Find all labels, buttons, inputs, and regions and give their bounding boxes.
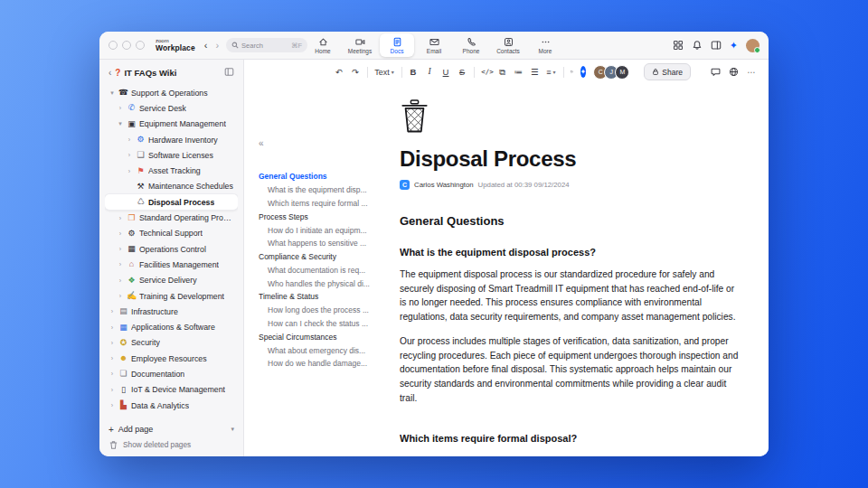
chevron-icon[interactable]: › [108,308,116,314]
user-avatar[interactable] [746,39,760,52]
footer-collapse-icon[interactable]: ▾ [231,426,234,433]
add-page-button[interactable]: + Add page ▾ [105,421,238,437]
chevron-icon[interactable]: › [117,230,124,237]
sidebar-item[interactable]: › ❑ Software Licenses [105,147,238,163]
outline-item[interactable]: How can I check the status ... [259,317,394,331]
chevron-icon[interactable]: › [117,293,124,299]
maximize-window-button[interactable] [136,41,145,50]
outline-item[interactable]: Process Steps [259,210,394,223]
sidebar-item[interactable]: › ▯ IoT & Device Management [105,382,238,398]
underline-button[interactable]: U [441,68,450,77]
chevron-icon[interactable]: › [108,355,116,361]
collaborator-avatar[interactable]: M [615,65,629,80]
sidebar-item[interactable]: › ⚙ Technical Support [105,226,238,241]
redo-icon[interactable]: ↷ [351,68,360,77]
back-arrow-icon[interactable]: ‹ [204,40,208,51]
sidebar-item[interactable]: › ▤ Infrastructure [105,304,238,319]
chevron-icon[interactable]: › [108,324,116,331]
tab-home[interactable]: Home [306,33,340,57]
outline-item[interactable]: What happens to sensitive ... [259,237,394,250]
strikethrough-button[interactable]: S [458,68,467,77]
globe-icon[interactable] [729,67,739,77]
sidebar-item[interactable]: › ⚙ Hardware Inventory [105,132,238,147]
tab-contacts[interactable]: Contacts [491,33,525,57]
sidebar-item[interactable]: › ❖ Service Delivery [105,273,238,288]
outline-item[interactable]: Special Circumstances [259,330,394,343]
show-deleted-pages-button[interactable]: Show deleted pages [105,437,238,452]
tab-meetings[interactable]: Meetings [343,33,377,57]
chevron-icon[interactable]: › [117,246,124,252]
comment-add-icon[interactable] [571,67,573,77]
chevron-icon[interactable]: › [126,168,133,174]
numbered-list-button[interactable]: ≔ [514,68,523,77]
chevron-icon[interactable]: › [108,371,116,377]
sidebar-item[interactable]: › ⚑ Asset Tracking [105,163,238,178]
undo-icon[interactable]: ↶ [335,68,344,77]
outline-item[interactable]: Who handles the physical di... [259,277,394,290]
outline-item[interactable]: How do we handle damage... [259,357,394,371]
outline-item[interactable]: Which items require formal ... [259,197,394,211]
chevron-icon[interactable]: ▾ [117,120,124,127]
sidebar-item[interactable]: ♺ Disposal Process [105,194,238,210]
search-input[interactable]: Search ⌘F [226,38,307,52]
tab-label: Email [427,48,441,54]
sidebar-item[interactable]: › ✍ Training & Development [105,288,238,304]
chevron-icon[interactable]: › [117,215,124,221]
notifications-bell-icon[interactable] [692,40,703,51]
chevron-icon[interactable]: ▾ [108,89,116,97]
code-button[interactable]: </> [481,69,490,76]
tab-phone[interactable]: Phone [454,33,488,57]
document-content[interactable]: Disposal Process C Carlos Washington Upd… [400,84,769,456]
tab-more[interactable]: More [528,33,562,57]
outline-item[interactable]: How long does the process ... [259,304,394,317]
sidebar-item[interactable]: ▾ ☎ Support & Operations [105,85,238,100]
outline-item[interactable]: Timeline & Status [259,290,394,304]
tab-email[interactable]: Email [417,33,451,57]
chevron-icon[interactable]: › [117,105,124,111]
outline-item[interactable]: Compliance & Security [259,250,394,264]
side-panel-toggle-icon[interactable] [711,40,722,51]
chevron-icon[interactable]: › [117,277,124,284]
ai-companion-icon[interactable]: ✦ [730,41,738,51]
outline-item[interactable]: How do I initiate an equipm... [259,223,394,237]
sidebar-item[interactable]: › ❐ Standard Operating Procedures [105,210,238,225]
alignment-dropdown[interactable]: ≡ ▾ [546,68,555,77]
sidebar-item[interactable]: › ▦ Operations Control [105,241,238,257]
bold-button[interactable]: B [409,68,418,77]
sidebar-item[interactable]: ▾ ▣ Equipment Management [105,117,238,132]
forward-arrow-icon[interactable]: › [215,40,219,51]
apps-grid-icon[interactable] [673,40,684,51]
outline-item[interactable]: What about emergency dis... [259,343,394,357]
ai-assistant-icon[interactable]: ✦ [580,66,587,78]
sidebar-item[interactable]: ⚒ Maintenance Schedules [105,179,238,194]
sidebar-back-icon[interactable]: ‹ [108,68,111,78]
bulleted-list-button[interactable]: ☰ [530,68,539,77]
outline-item[interactable]: What documentation is req... [259,263,394,277]
sidebar-item[interactable]: › ☻ Employee Resources [105,351,238,366]
outline-item[interactable]: General Questions [259,170,394,183]
chevron-icon[interactable]: › [126,152,133,158]
chevron-icon[interactable]: › [126,136,133,143]
close-window-button[interactable] [108,41,118,50]
chevron-icon[interactable]: › [117,261,124,267]
sidebar-collapse-icon[interactable] [224,67,234,79]
chevron-icon[interactable]: › [108,340,116,346]
italic-button[interactable]: I [425,68,434,77]
link-button[interactable]: ⧉ [497,68,506,77]
minimize-window-button[interactable] [122,41,131,50]
sidebar-item[interactable]: › ✆ Service Desk [105,100,238,116]
sidebar-item[interactable]: › ▙ Data & Analytics [105,398,238,413]
share-button[interactable]: Share [644,63,691,80]
comments-icon[interactable] [711,67,721,77]
sidebar-item[interactable]: › ▦ Applications & Software [105,319,238,334]
outline-collapse-icon[interactable]: « [259,138,394,148]
sidebar-item[interactable]: › ✪ Security [105,335,238,351]
chevron-icon[interactable]: › [108,402,116,408]
text-style-dropdown[interactable]: Text ▾ [374,68,394,77]
sidebar-item[interactable]: › ⌂ Facilities Management [105,257,238,272]
sidebar-item[interactable]: › ❏ Documentation [105,366,238,381]
outline-item[interactable]: What is the equipment disp... [259,183,394,197]
more-options-icon[interactable]: ⋯ [747,68,756,77]
chevron-icon[interactable]: › [108,387,116,393]
tab-docs[interactable]: Docs [380,33,414,57]
